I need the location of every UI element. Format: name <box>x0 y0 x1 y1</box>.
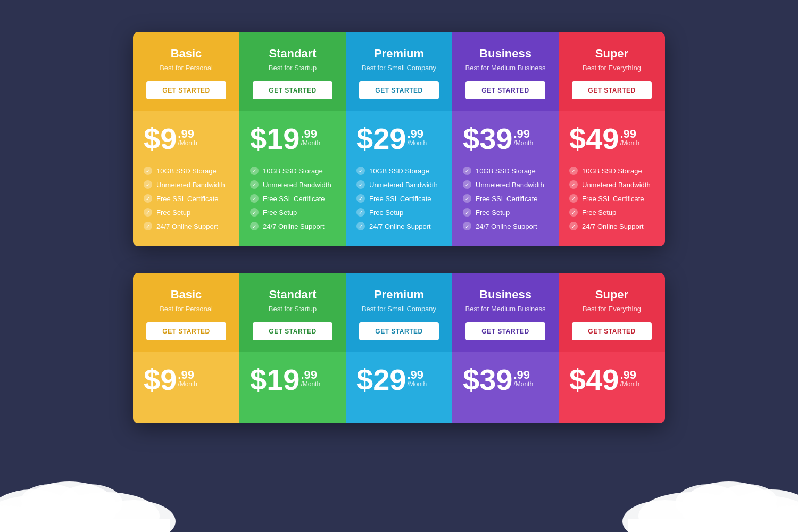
get-started-button-super[interactable]: GET STARTED <box>572 322 652 340</box>
feature-text: Unmetered Bandwidth <box>263 181 331 189</box>
price-main-business: $39 <box>463 124 512 154</box>
feature-item: ✓Unmetered Bandwidth <box>356 180 442 189</box>
price-block-standart: $19.99/Month <box>250 124 335 154</box>
check-icon: ✓ <box>569 180 578 189</box>
plan-name-standart: Standart <box>250 288 335 302</box>
feature-item: ✓Free SSL Certificate <box>250 194 335 203</box>
svg-point-5 <box>90 500 176 532</box>
check-icon: ✓ <box>463 222 471 230</box>
price-block-basic: $9.99/Month <box>144 365 229 395</box>
svg-point-7 <box>21 484 80 516</box>
feature-item: ✓24/7 Online Support <box>463 222 548 230</box>
feature-text: Free SSL Certificate <box>263 195 325 203</box>
plan-name-super: Super <box>569 288 654 302</box>
get-started-button-basic[interactable]: GET STARTED <box>146 322 226 340</box>
check-icon: ✓ <box>463 194 471 203</box>
feature-text: 24/7 Online Support <box>582 222 644 230</box>
feature-item: ✓10GB SSD Storage <box>144 167 229 175</box>
check-icon: ✓ <box>569 194 578 203</box>
feature-list-premium: ✓10GB SSD Storage✓Unmetered Bandwidth✓Fr… <box>356 167 442 230</box>
check-icon: ✓ <box>250 222 259 230</box>
feature-item: ✓24/7 Online Support <box>144 222 229 230</box>
price-cents-standart: .99 <box>301 369 320 381</box>
price-main-premium: $29 <box>356 365 406 395</box>
price-block-super: $49.99/Month <box>569 124 654 154</box>
plan-tagline-standart: Best for Startup <box>250 305 335 313</box>
get-started-button-standart[interactable]: GET STARTED <box>253 322 332 340</box>
plan-tagline-premium: Best for Small Company <box>356 64 442 72</box>
svg-point-6 <box>59 484 122 521</box>
plan-header-standart: StandartBest for StartupGET STARTED <box>239 273 346 352</box>
check-icon: ✓ <box>356 208 365 217</box>
price-main-super: $49 <box>569 365 619 395</box>
plan-header-standart: StandartBest for StartupGET STARTED <box>239 32 346 111</box>
plan-tagline-business: Best for Medium Business <box>463 305 548 313</box>
feature-item: ✓Free Setup <box>356 208 442 217</box>
feature-text: Unmetered Bandwidth <box>582 181 651 189</box>
get-started-button-premium[interactable]: GET STARTED <box>359 81 439 99</box>
get-started-button-standart[interactable]: GET STARTED <box>253 81 332 99</box>
price-month-standart: /Month <box>301 140 320 146</box>
svg-point-9 <box>692 495 798 532</box>
plan-body-premium: $29.99/Month✓10GB SSD Storage✓Unmetered … <box>346 111 452 246</box>
check-icon: ✓ <box>569 167 578 175</box>
price-month-business: /Month <box>513 140 533 146</box>
feature-text: Free SSL Certificate <box>476 195 538 203</box>
price-main-super: $49 <box>569 124 619 154</box>
plan-name-basic: Basic <box>144 47 229 61</box>
check-icon: ✓ <box>569 208 578 217</box>
price-month-premium: /Month <box>407 381 427 387</box>
get-started-button-premium[interactable]: GET STARTED <box>359 322 439 340</box>
get-started-button-business[interactable]: GET STARTED <box>466 81 545 99</box>
price-cents-premium: .99 <box>407 128 427 140</box>
pricing-table-1: BasicBest for PersonalGET STARTED$9.99/M… <box>133 32 665 246</box>
plan-name-business: Business <box>463 47 548 61</box>
pricing-table-2: BasicBest for PersonalGET STARTED$9.99/M… <box>133 273 665 423</box>
plan-body-basic: $9.99/Month✓10GB SSD Storage✓Unmetered B… <box>133 111 239 246</box>
get-started-button-business[interactable]: GET STARTED <box>466 322 545 340</box>
check-icon: ✓ <box>356 180 365 189</box>
plan-name-business: Business <box>463 288 548 302</box>
feature-text: 24/7 Online Support <box>476 222 537 230</box>
plan-body-standart: $19.99/Month✓10GB SSD Storage✓Unmetered … <box>239 111 346 246</box>
plan-body-super: $49.99/Month <box>559 352 665 423</box>
plan-tagline-basic: Best for Personal <box>144 305 229 313</box>
get-started-button-basic[interactable]: GET STARTED <box>146 81 226 99</box>
check-icon: ✓ <box>250 180 259 189</box>
feature-item: ✓Free Setup <box>463 208 548 217</box>
plan-basic: BasicBest for PersonalGET STARTED$9.99/M… <box>133 32 239 246</box>
price-main-premium: $29 <box>356 124 406 154</box>
check-icon: ✓ <box>463 167 471 175</box>
price-month-basic: /Month <box>178 140 197 146</box>
check-icon: ✓ <box>250 167 259 175</box>
price-main-business: $39 <box>463 365 512 395</box>
feature-text: 10GB SSD Storage <box>369 167 429 175</box>
plan-basic: BasicBest for PersonalGET STARTED$9.99/M… <box>133 273 239 423</box>
feature-text: 24/7 Online Support <box>369 222 431 230</box>
plan-business: BusinessBest for Medium BusinessGET STAR… <box>452 273 559 423</box>
feature-text: Free Setup <box>263 209 297 217</box>
svg-point-14 <box>622 500 708 532</box>
plan-name-premium: Premium <box>356 288 442 302</box>
feature-text: Free SSL Certificate <box>369 195 431 203</box>
plan-premium: PremiumBest for Small CompanyGET STARTED… <box>346 273 452 423</box>
feature-list-standart: ✓10GB SSD Storage✓Unmetered Bandwidth✓Fr… <box>250 167 335 230</box>
feature-item: ✓Free SSL Certificate <box>569 194 654 203</box>
plan-header-premium: PremiumBest for Small CompanyGET STARTED <box>346 32 452 111</box>
feature-item: ✓Free Setup <box>144 208 229 217</box>
plan-super: SuperBest for EverythingGET STARTED$49.9… <box>559 32 665 246</box>
plan-header-basic: BasicBest for PersonalGET STARTED <box>133 273 239 352</box>
feature-item: ✓Free Setup <box>569 208 654 217</box>
price-block-super: $49.99/Month <box>569 365 654 395</box>
feature-item: ✓Free SSL Certificate <box>356 194 442 203</box>
feature-text: 10GB SSD Storage <box>582 167 642 175</box>
feature-text: Free Setup <box>369 209 403 217</box>
feature-text: 24/7 Online Support <box>263 222 325 230</box>
check-icon: ✓ <box>463 180 471 189</box>
plan-standart: StandartBest for StartupGET STARTED$19.9… <box>239 32 346 246</box>
plan-super: SuperBest for EverythingGET STARTED$49.9… <box>559 273 665 423</box>
plan-tagline-standart: Best for Startup <box>250 64 335 72</box>
get-started-button-super[interactable]: GET STARTED <box>572 81 652 99</box>
feature-text: 24/7 Online Support <box>156 222 218 230</box>
price-cents-business: .99 <box>513 128 533 140</box>
